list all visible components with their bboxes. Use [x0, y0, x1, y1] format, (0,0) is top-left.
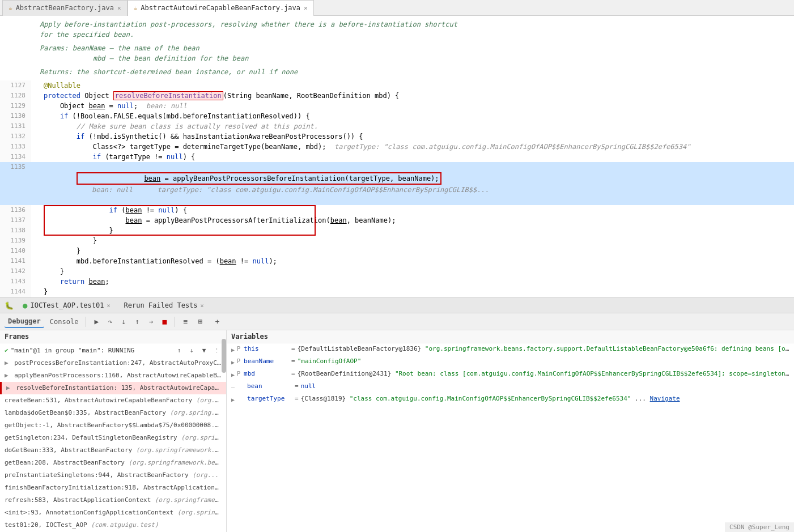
running-indicator: ● — [23, 301, 27, 310]
toolbar-separator-2 — [175, 317, 175, 327]
debug-tab-label-2: Rerun Failed Tests — [124, 301, 198, 309]
resume-btn[interactable]: ▶ — [90, 316, 103, 328]
code-line-1128: 1128 protected Object resolveBeforeInsta… — [0, 91, 794, 101]
frames-panel: Frames ✔ "main"@1 in group "main": RUNNI… — [0, 330, 227, 532]
code-line-1127: 1127 @Nullable — [0, 80, 794, 91]
var-bean: – bean = null — [227, 381, 794, 393]
layout-btn[interactable]: ⊞ — [194, 316, 206, 328]
debug-tab-close-2[interactable]: × — [201, 303, 204, 309]
thread-more-btn[interactable]: ⋮ — [211, 345, 222, 355]
debug-tab-rerun[interactable]: Rerun Failed Tests × — [120, 300, 209, 310]
frame-4[interactable]: lambda$doGetBean$0:335, AbstractBeanFact… — [0, 407, 226, 419]
debug-toolbar: Debugger Console ▶ ↷ ↓ ↑ ⇢ ■ ≡ ⊞ + — [0, 313, 794, 330]
run-to-cursor-btn[interactable]: ⇢ — [145, 316, 157, 328]
debug-session-bar: 🐛 ● IOCTest_AOP.test01 × Rerun Failed Te… — [0, 297, 794, 313]
extra-controls: + — [211, 316, 223, 328]
navigate-link[interactable]: Navigate — [650, 395, 680, 402]
thread-down-btn[interactable]: ↓ — [186, 345, 197, 355]
tab-bar: ☕ AbstractBeanFactory.java × ☕ AbstractA… — [0, 0, 794, 16]
var-p-beanname: P — [237, 356, 240, 367]
toolbar-separator — [86, 317, 86, 327]
code-editor: Apply before-instantiation post-processo… — [0, 16, 794, 297]
java-file-icon-2: ☕ — [134, 5, 138, 12]
code-line-1144: 1144 } — [0, 287, 794, 297]
code-line-1133: 1133 Class<?> targetType = determineTarg… — [0, 142, 794, 152]
var-mbd: ▶ P mbd = {RootBeanDefinition@2431} "Roo… — [227, 368, 794, 381]
code-line-1134: 1134 if (targetType != null) { — [0, 152, 794, 162]
tab-label-1: AbstractBeanFactory.java — [16, 4, 114, 12]
add-btn[interactable]: + — [211, 316, 223, 328]
step-into-btn[interactable]: ↓ — [117, 316, 130, 328]
debug-tab-ioctest[interactable]: ● IOCTest_AOP.test01 × — [18, 300, 115, 311]
frame-5[interactable]: getObject:-1, AbstractBeanFactory$$Lambd… — [0, 419, 226, 432]
frame-3[interactable]: createBean:531, AbstractAutowireCapableB… — [0, 394, 226, 407]
debug-controls: ▶ ↷ ↓ ↑ ⇢ ■ — [90, 316, 171, 328]
tab-close-1[interactable]: × — [117, 5, 121, 12]
var-expand-this[interactable]: ▶ — [231, 344, 235, 355]
frame-6[interactable]: getSingleton:234, DefaultSingletonBeanRe… — [0, 432, 226, 444]
step-over-btn[interactable]: ↷ — [104, 316, 116, 328]
code-line-1139: 1139 } — [0, 236, 794, 246]
step-out-btn[interactable]: ↑ — [131, 316, 143, 328]
var-p-mbd: P — [237, 369, 240, 379]
code-line-1132: 1132 if (!mbd.isSynthetic() && hasInstan… — [0, 131, 794, 142]
debugger-tab-btn[interactable]: Debugger — [5, 316, 44, 328]
code-line-1137: 1137 bean = applyBeanPostProcessorsAfter… — [0, 215, 794, 225]
code-line-1143: 1143 return bean; — [0, 276, 794, 287]
settings-btn[interactable]: ≡ — [179, 316, 192, 328]
debug-content: Frames ✔ "main"@1 in group "main": RUNNI… — [0, 330, 794, 532]
variables-panel: Variables ▶ P this = {DefaultListableBea… — [227, 330, 794, 532]
javadoc-comment: Apply before-instantiation post-processo… — [0, 16, 794, 80]
thread-header[interactable]: ✔ "main"@1 in group "main": RUNNING ↑ ↓ … — [0, 343, 226, 357]
frame-2[interactable]: ▶ resolveBeforeInstantiation: 135, Abstr… — [0, 382, 226, 394]
var-expand-targettype[interactable]: ▶ — [231, 394, 235, 405]
frames-scrollbar[interactable] — [222, 339, 226, 373]
var-expand-beanname[interactable]: ▶ — [231, 356, 235, 368]
var-targettype: ▶ targetType = {Class@1819} "class com.a… — [227, 393, 794, 406]
var-expand-mbd[interactable]: ▶ — [231, 369, 235, 380]
code-line-1129: 1129 Object bean = null; bean: null — [0, 101, 794, 111]
code-line-1145: 1145 — [0, 297, 794, 297]
var-p-this: P — [237, 344, 240, 354]
thread-filter-btn[interactable]: ▼ — [199, 345, 209, 355]
tab-close-2[interactable]: × — [304, 5, 308, 12]
debug-tab-close-1[interactable]: × — [107, 303, 110, 309]
frame-12[interactable]: <init>:93, AnnotationConfigApplicationCo… — [0, 507, 226, 519]
code-line-1142: 1142 } — [0, 266, 794, 276]
code-line-1140: 1140 } — [0, 246, 794, 256]
frame-7[interactable]: doGetBean:333, AbstractBeanFactory (org.… — [0, 444, 226, 457]
thread-status-icon: ✔ — [5, 347, 9, 354]
code-line-1136: 1136 if (bean != null) { — [0, 205, 794, 215]
code-line-1130: 1130 if (!Boolean.FALSE.equals(mbd.befor… — [0, 111, 794, 121]
code-lines: 1127 @Nullable 1128 protected Object res… — [0, 80, 794, 297]
frame-0[interactable]: ▶ postProcessBeforeInstantiation:247, Ab… — [0, 357, 226, 369]
tab-abstract-bean-factory[interactable]: ☕ AbstractBeanFactory.java × — [2, 0, 128, 16]
watermark: CSDN @Super_Leng — [725, 522, 794, 532]
variables-header: Variables — [227, 330, 794, 343]
frame-8[interactable]: getBean:208, AbstractBeanFactory (org.sp… — [0, 457, 226, 469]
frame-9[interactable]: preInstantiateSingletons:944, AbstractBe… — [0, 469, 226, 482]
frame-10[interactable]: finishBeanFactoryInitialization:918, Abs… — [0, 482, 226, 494]
debug-icon: 🐛 — [5, 301, 14, 310]
frame-1[interactable]: ▶ applyBeanPostProcessors:1160, Abstract… — [0, 369, 226, 382]
code-line-1138: 1138 } — [0, 225, 794, 236]
stop-btn[interactable]: ■ — [158, 316, 171, 328]
console-tab-btn[interactable]: Console — [46, 316, 82, 328]
var-beanname: ▶ P beanName = "mainConfigOfAOP" — [227, 356, 794, 368]
frames-header: Frames — [0, 330, 226, 343]
var-this: ▶ P this = {DefaultListableBeanFactory@1… — [227, 343, 794, 356]
var-arrow-bean: – — [231, 381, 235, 393]
tab-label-2: AbstractAutowireCapableBeanFactory.java — [141, 4, 300, 12]
thread-name: "main"@1 in group "main": RUNNING — [11, 347, 135, 354]
frame-11[interactable]: refresh:583, AbstractApplicationContext … — [0, 494, 226, 507]
frame-13[interactable]: test01:20, IOCTest_AOP (com.atguigu.test… — [0, 519, 226, 531]
code-line-1131: 1131 // Make sure bean class is actually… — [0, 121, 794, 131]
tab-abstract-autowire-capable[interactable]: ☕ AbstractAutowireCapableBeanFactory.jav… — [128, 0, 314, 16]
code-line-1141: 1141 mbd.beforeInstantiationResolved = (… — [0, 256, 794, 266]
java-file-icon: ☕ — [9, 5, 12, 12]
debug-tab-label-1: IOCTest_AOP.test01 — [30, 301, 104, 309]
thread-up-btn[interactable]: ↑ — [174, 345, 184, 355]
debug-panel: Debugger Console ▶ ↷ ↓ ↑ ⇢ ■ ≡ ⊞ + Frame… — [0, 313, 794, 532]
code-line-1135: 1135 bean = applyBeanPostProcessorsBefor… — [0, 162, 794, 205]
